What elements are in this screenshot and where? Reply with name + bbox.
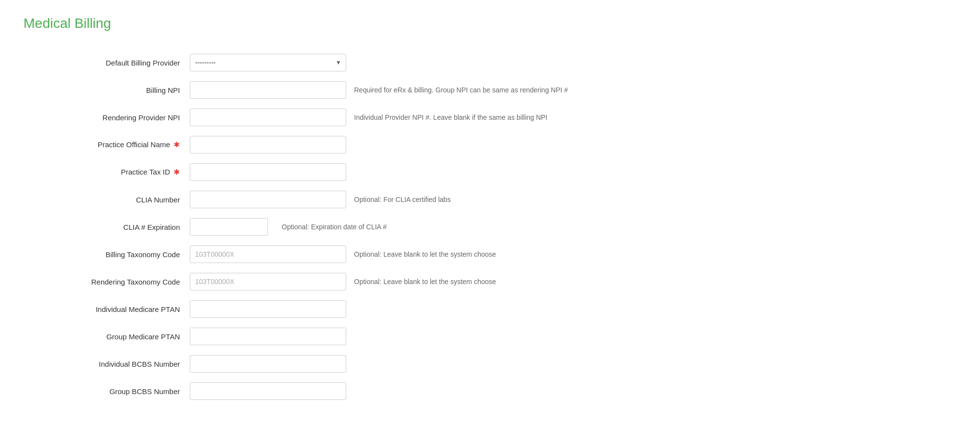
label-rendering-taxonomy-code: Rendering Taxonomy Code [23, 278, 190, 286]
rendering-taxonomy-code-input[interactable] [190, 273, 346, 290]
billing-npi-input[interactable] [190, 81, 346, 99]
label-group-bcbs-number: Group BCBS Number [23, 387, 190, 396]
required-star: ✱ [174, 140, 180, 149]
form-row-clia-number: CLIA Number Optional: For CLIA certified… [23, 186, 957, 213]
billing-taxonomy-code-input[interactable] [190, 245, 346, 263]
label-default-billing-provider: Default Billing Provider [23, 59, 190, 67]
required-star-tax: ✱ [174, 168, 180, 176]
clia-number-input[interactable] [190, 191, 346, 208]
rendering-provider-npi-input[interactable] [190, 109, 346, 126]
form-row-practice-official-name: Practice Official Name ✱ [23, 131, 957, 158]
form-row-default-billing-provider: Default Billing Provider --------- ▼ [23, 49, 957, 76]
clia-number-hint: Optional: For CLIA certified labs [354, 196, 451, 203]
page-container: Medical Billing Default Billing Provider… [0, 0, 980, 420]
form-row-rendering-taxonomy-code: Rendering Taxonomy Code Optional: Leave … [23, 268, 957, 295]
form-row-individual-bcbs-number: Individual BCBS Number [23, 350, 957, 377]
form-row-billing-npi: Billing NPI Required for eRx & billing. … [23, 76, 957, 104]
individual-bcbs-number-input[interactable] [190, 355, 346, 373]
form-row-billing-taxonomy-code: Billing Taxonomy Code Optional: Leave bl… [23, 241, 957, 268]
form-row-rendering-provider-npi: Rendering Provider NPI Individual Provid… [23, 104, 957, 131]
clia-expiration-input[interactable] [190, 218, 268, 236]
practice-official-name-input[interactable] [190, 136, 346, 154]
group-medicare-ptan-input[interactable] [190, 328, 346, 345]
rendering-provider-npi-hint: Individual Provider NPI #. Leave blank i… [354, 113, 547, 121]
form-container: Default Billing Provider --------- ▼ Bil… [23, 49, 957, 405]
select-wrapper-default-billing-provider: --------- ▼ [190, 54, 346, 71]
label-individual-medicare-ptan: Individual Medicare PTAN [23, 305, 190, 313]
form-row-individual-medicare-ptan: Individual Medicare PTAN [23, 295, 957, 323]
label-clia-expiration: CLIA # Expiration [23, 223, 190, 231]
form-row-group-medicare-ptan: Group Medicare PTAN [23, 323, 957, 350]
individual-medicare-ptan-input[interactable] [190, 300, 346, 318]
clia-expiration-wrapper: Optional: Expiration date of CLIA # [190, 218, 387, 236]
form-row-group-bcbs-number: Group BCBS Number [23, 377, 957, 405]
label-clia-number: CLIA Number [23, 196, 190, 204]
billing-npi-hint: Required for eRx & billing. Group NPI ca… [354, 86, 568, 94]
clia-expiration-hint: Optional: Expiration date of CLIA # [282, 223, 387, 231]
label-practice-official-name: Practice Official Name ✱ [23, 140, 190, 149]
practice-tax-id-input[interactable] [190, 163, 346, 181]
label-individual-bcbs-number: Individual BCBS Number [23, 360, 190, 368]
form-row-clia-expiration: CLIA # Expiration Optional: Expiration d… [23, 213, 957, 241]
label-rendering-provider-npi: Rendering Provider NPI [23, 113, 190, 122]
label-group-medicare-ptan: Group Medicare PTAN [23, 332, 190, 341]
page-title: Medical Billing [23, 16, 957, 31]
form-row-practice-tax-id: Practice Tax ID ✱ [23, 158, 957, 186]
label-billing-taxonomy-code: Billing Taxonomy Code [23, 250, 190, 259]
group-bcbs-number-input[interactable] [190, 382, 346, 400]
default-billing-provider-select[interactable]: --------- [190, 54, 346, 71]
billing-taxonomy-code-hint: Optional: Leave blank to let the system … [354, 250, 496, 258]
rendering-taxonomy-code-hint: Optional: Leave blank to let the system … [354, 278, 496, 286]
label-billing-npi: Billing NPI [23, 86, 190, 94]
label-practice-tax-id: Practice Tax ID ✱ [23, 168, 190, 177]
